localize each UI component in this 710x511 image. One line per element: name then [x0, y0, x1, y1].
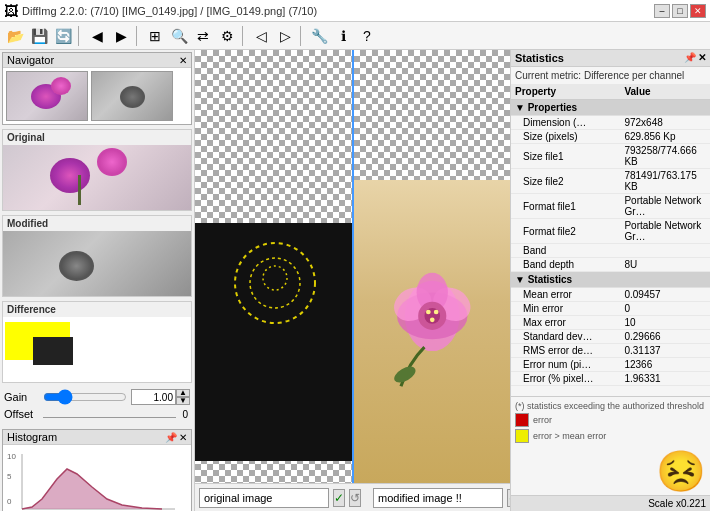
title-bar: 🖼 DiffImg 2.2.0: (7/10) [IMG_0149.jpg] /…	[0, 0, 710, 22]
property-row-0: Dimension (… 972x648	[511, 116, 710, 130]
left-caption-cancel-button[interactable]: ↺	[349, 489, 361, 507]
value-cell-0: 972x648	[620, 116, 710, 130]
stat-row-5: Error num (pi… 12366	[511, 358, 710, 372]
histogram-close-button[interactable]: ✕	[179, 432, 187, 443]
properties-group-row: ▼ Properties	[511, 100, 710, 116]
swap-button[interactable]: ⇄	[192, 25, 214, 47]
left-caption-ok-button[interactable]: ✓	[333, 489, 345, 507]
histogram-svg: 10 5 0 0 2 4 6 8 10	[7, 449, 177, 511]
legend-error-label: error	[533, 415, 552, 425]
diff-black-region	[195, 223, 352, 461]
svg-point-11	[235, 243, 315, 323]
stat-row-0: Mean error 0.09457	[511, 288, 710, 302]
original-nav-thumb-container	[6, 71, 88, 121]
minimize-button[interactable]: –	[654, 4, 670, 18]
property-cell-0: Dimension (…	[511, 116, 620, 130]
right-caption-ok-button[interactable]: ✓	[507, 489, 510, 507]
stats-close-button[interactable]: ✕	[698, 52, 706, 64]
next-button[interactable]: ▶	[110, 25, 132, 47]
orig-stem	[78, 175, 81, 205]
reload-button[interactable]: 🔄	[52, 25, 74, 47]
stats-pin-button[interactable]: 📌	[684, 52, 696, 64]
stat-val-cell-3: 0.29666	[620, 330, 710, 344]
original-nav-flower2	[51, 77, 71, 95]
offset-slider-area	[43, 410, 176, 418]
stat-row-1: Min error 0	[511, 302, 710, 316]
modified-nav-thumb-container	[91, 71, 173, 121]
stat-row-6: Error (% pixel… 1.96331	[511, 372, 710, 386]
stat-row-2: Max error 10	[511, 316, 710, 330]
svg-point-23	[429, 317, 434, 322]
open-button[interactable]: 📂	[4, 25, 26, 47]
gain-input[interactable]	[131, 389, 176, 405]
difference-thumb	[3, 317, 191, 382]
left-image-view[interactable]	[195, 50, 352, 483]
save-button[interactable]: 💾	[28, 25, 50, 47]
modified-thumb	[3, 231, 191, 296]
stats-header-controls: 📌 ✕	[684, 52, 706, 64]
stat-row-3: Standard dev… 0.29666	[511, 330, 710, 344]
left-caption-input[interactable]	[199, 488, 329, 508]
stat-prop-cell-0: Mean error	[511, 288, 620, 302]
svg-point-22	[433, 310, 438, 315]
prev-button[interactable]: ◀	[86, 25, 108, 47]
histogram-panel: Histogram 📌 ✕ 10 5 0	[2, 429, 192, 511]
zoom-in-button[interactable]: 🔍	[168, 25, 190, 47]
original-thumb	[3, 145, 191, 210]
gain-slider[interactable]	[43, 390, 127, 404]
statistics-group-row: ▼ Statistics	[511, 272, 710, 288]
right-image-view[interactable]	[352, 50, 511, 483]
statistics-collapse-button[interactable]: ▼	[515, 274, 525, 285]
toolbar-separator-2	[136, 26, 140, 46]
legend-mean-label: error > mean error	[533, 431, 606, 441]
zoom-fit-button[interactable]: ⊞	[144, 25, 166, 47]
offset-row: Offset 0	[4, 408, 190, 420]
legend-mean-item: error > mean error	[515, 429, 706, 443]
property-row-4: Format file1 Portable Network Gr…	[511, 194, 710, 219]
right-nav-button[interactable]: ▷	[274, 25, 296, 47]
property-row-3: Size file2 781491/763.175 KB	[511, 169, 710, 194]
close-button[interactable]: ✕	[690, 4, 706, 18]
property-cell-6: Band	[511, 244, 620, 258]
value-cell-1: 629.856 Kp	[620, 130, 710, 144]
gain-label: Gain	[4, 391, 39, 403]
histogram-header: Histogram 📌 ✕	[3, 430, 191, 445]
title-controls[interactable]: – □ ✕	[654, 4, 706, 18]
offset-value-display: 0	[180, 409, 190, 420]
value-cell-5: Portable Network Gr…	[620, 219, 710, 244]
stat-prop-cell-2: Max error	[511, 316, 620, 330]
tools-button[interactable]: 🔧	[308, 25, 330, 47]
properties-collapse-button[interactable]: ▼	[515, 102, 525, 113]
stat-prop-cell-6: Error (% pixel…	[511, 372, 620, 386]
value-cell-7: 8U	[620, 258, 710, 272]
histogram-pin-button[interactable]: 📌	[165, 432, 177, 443]
navigator-close[interactable]: ✕	[179, 55, 187, 66]
modified-nav-thumb	[91, 71, 173, 121]
stat-prop-cell-3: Standard dev…	[511, 330, 620, 344]
navigator-panel: Navigator ✕	[2, 52, 192, 125]
value-cell-4: Portable Network Gr…	[620, 194, 710, 219]
current-metric-row: Current metric: Difference per channel	[511, 67, 710, 84]
mod-bg	[3, 231, 191, 296]
toolbar: 📂 💾 🔄 ◀ ▶ ⊞ 🔍 ⇄ ⚙ ◁ ▷ 🔧 ℹ ?	[0, 22, 710, 50]
left-nav-button[interactable]: ◁	[250, 25, 272, 47]
original-nav-thumb	[6, 71, 88, 121]
current-metric-value: Difference per channel	[584, 70, 684, 81]
main-layout: Navigator ✕	[0, 50, 710, 511]
maximize-button[interactable]: □	[672, 4, 688, 18]
help-button[interactable]: ?	[356, 25, 378, 47]
properties-group-label: ▼ Properties	[511, 100, 710, 116]
property-cell-1: Size (pixels)	[511, 130, 620, 144]
gain-down-button[interactable]: ▼	[176, 397, 190, 405]
settings-button[interactable]: ⚙	[216, 25, 238, 47]
svg-text:10: 10	[7, 452, 16, 461]
scale-bar: Scale x0.221	[511, 495, 710, 511]
stat-val-cell-2: 10	[620, 316, 710, 330]
right-caption-input[interactable]	[373, 488, 503, 508]
stat-val-cell-5: 12366	[620, 358, 710, 372]
info-button[interactable]: ℹ	[332, 25, 354, 47]
property-cell-2: Size file1	[511, 144, 620, 169]
property-cell-4: Format file1	[511, 194, 620, 219]
property-cell-5: Format file2	[511, 219, 620, 244]
scale-label: Scale x0.221	[648, 498, 706, 509]
